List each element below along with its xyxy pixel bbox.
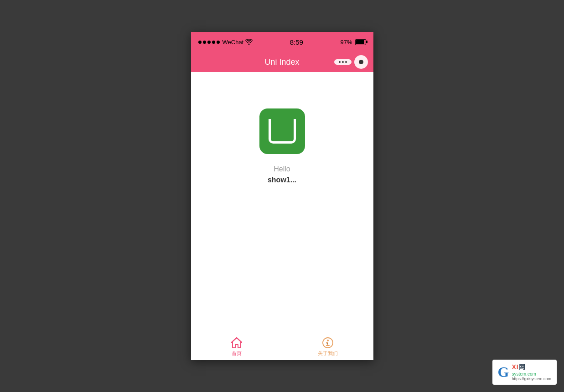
dot-2 (342, 61, 344, 63)
main-content: Hello show1... (191, 72, 373, 333)
phone-frame: WeChat 8:59 97% Uni Index (191, 32, 373, 360)
tab-about-label: 关于我们 (318, 350, 338, 357)
carrier-label: WeChat (222, 39, 244, 46)
nav-dots-button[interactable] (334, 59, 352, 65)
watermark-text-block: XI网 system.com https://gxisystem.com (512, 363, 551, 381)
nav-record-button[interactable] (354, 55, 368, 69)
watermark-g-letter: G (498, 364, 509, 381)
watermark-xi: XI (512, 363, 518, 371)
show-text: show1... (268, 176, 296, 184)
signal-dot-4 (212, 41, 215, 44)
signal-dot-2 (203, 41, 206, 44)
tab-home[interactable]: 首页 (191, 333, 282, 360)
status-right: 97% (340, 39, 366, 46)
battery-icon (355, 39, 366, 45)
signal-dot-1 (198, 41, 202, 44)
svg-point-1 (327, 340, 329, 341)
home-icon (230, 337, 243, 349)
nav-actions (334, 55, 368, 69)
watermark: G XI网 system.com https://gxisystem.com (492, 360, 557, 385)
tab-home-label: 首页 (232, 350, 242, 357)
battery-fill (356, 40, 364, 44)
hello-text: Hello (274, 165, 290, 173)
battery-percent: 97% (340, 39, 352, 46)
tab-about[interactable]: 关于我们 (282, 333, 373, 360)
status-bar: WeChat 8:59 97% (191, 32, 373, 52)
watermark-site-name: XI网 (512, 363, 551, 371)
app-logo (259, 108, 305, 154)
signal-dots (198, 41, 220, 44)
watermark-net: 网 (519, 363, 526, 371)
tab-bar: 首页 关于我们 (191, 333, 373, 360)
watermark-url: https://gxisystem.com (512, 377, 551, 381)
status-left: WeChat (198, 39, 253, 46)
dot-1 (339, 61, 341, 63)
wifi-icon (245, 39, 253, 45)
nav-title: Uni Index (264, 57, 299, 67)
dot-3 (345, 61, 347, 63)
signal-dot-5 (217, 41, 220, 44)
about-icon (322, 337, 334, 349)
status-time: 8:59 (290, 38, 303, 46)
watermark-system: system.com (512, 371, 551, 377)
record-inner (359, 60, 363, 64)
nav-bar: Uni Index (191, 52, 373, 72)
signal-dot-3 (207, 41, 211, 44)
u-symbol (269, 119, 296, 144)
